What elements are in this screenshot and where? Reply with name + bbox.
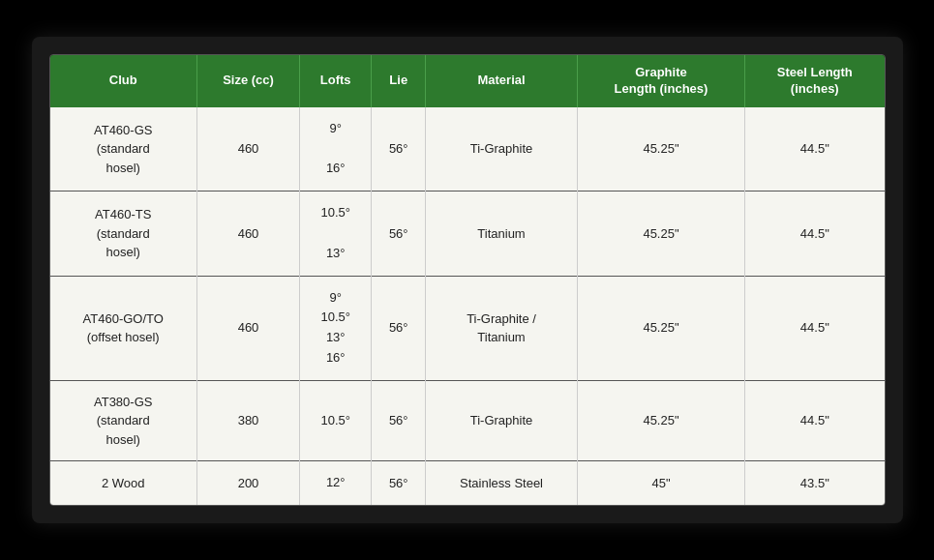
header-lofts: Lofts [300,55,372,107]
cell-graphite_length-0: 45.25" [577,107,744,192]
cell-steel_length-3: 44.5" [745,380,885,461]
cell-steel_length-0: 44.5" [745,107,885,192]
header-steel-length: Steel Length (inches) [745,55,885,107]
header-lie: Lie [372,55,426,107]
header-material: Material [426,55,578,107]
cell-steel_length-4: 43.5" [745,461,885,505]
cell-graphite_length-4: 45" [577,461,744,505]
cell-material-3: Ti-Graphite [426,380,578,461]
header-graphite-length: Graphite Length (inches) [577,55,744,107]
cell-club-2: AT460-GO/TO (offset hosel) [50,276,197,380]
cell-size-2: 460 [196,276,299,380]
header-size: Size (cc) [196,55,299,107]
cell-lie-4: 56° [372,461,426,505]
cell-lofts-1: 10.5° 13° [300,192,372,276]
header-club: Club [50,55,197,107]
cell-material-4: Stainless Steel [426,461,578,505]
cell-lie-1: 56° [372,192,426,276]
cell-club-4: 2 Wood [50,461,197,505]
main-container: Club Size (cc) Lofts Lie Material Graphi… [32,37,903,523]
cell-material-2: Ti-Graphite / Titanium [426,276,578,380]
table-wrapper: Club Size (cc) Lofts Lie Material Graphi… [49,54,886,506]
cell-lie-3: 56° [372,380,426,461]
cell-size-4: 200 [196,461,299,505]
cell-size-1: 460 [196,192,299,276]
cell-club-0: AT460-GS (standard hosel) [50,107,197,192]
table-row: AT460-GO/TO (offset hosel)4609° 10.5° 13… [50,276,885,380]
cell-lie-0: 56° [372,107,426,192]
specs-table: Club Size (cc) Lofts Lie Material Graphi… [50,55,885,505]
cell-material-1: Titanium [426,192,578,276]
cell-graphite_length-1: 45.25" [577,192,744,276]
cell-graphite_length-3: 45.25" [577,380,744,461]
cell-lofts-2: 9° 10.5° 13° 16° [300,276,372,380]
cell-graphite_length-2: 45.25" [577,276,744,380]
table-row: 2 Wood20012°56°Stainless Steel45"43.5" [50,461,885,505]
cell-lofts-4: 12° [300,461,372,505]
table-row: AT460-GS (standard hosel)4609° 16°56°Ti-… [50,107,885,192]
header-row: Club Size (cc) Lofts Lie Material Graphi… [50,55,885,107]
cell-size-3: 380 [196,380,299,461]
table-row: AT460-TS (standard hosel)46010.5° 13°56°… [50,192,885,276]
table-row: AT380-GS (standard hosel)38010.5°56°Ti-G… [50,380,885,461]
cell-club-1: AT460-TS (standard hosel) [50,192,197,276]
cell-lofts-0: 9° 16° [300,107,372,192]
cell-steel_length-2: 44.5" [745,276,885,380]
cell-size-0: 460 [196,107,299,192]
cell-lie-2: 56° [372,276,426,380]
cell-steel_length-1: 44.5" [745,192,885,276]
cell-material-0: Ti-Graphite [426,107,578,192]
cell-club-3: AT380-GS (standard hosel) [50,380,197,461]
cell-lofts-3: 10.5° [300,380,372,461]
